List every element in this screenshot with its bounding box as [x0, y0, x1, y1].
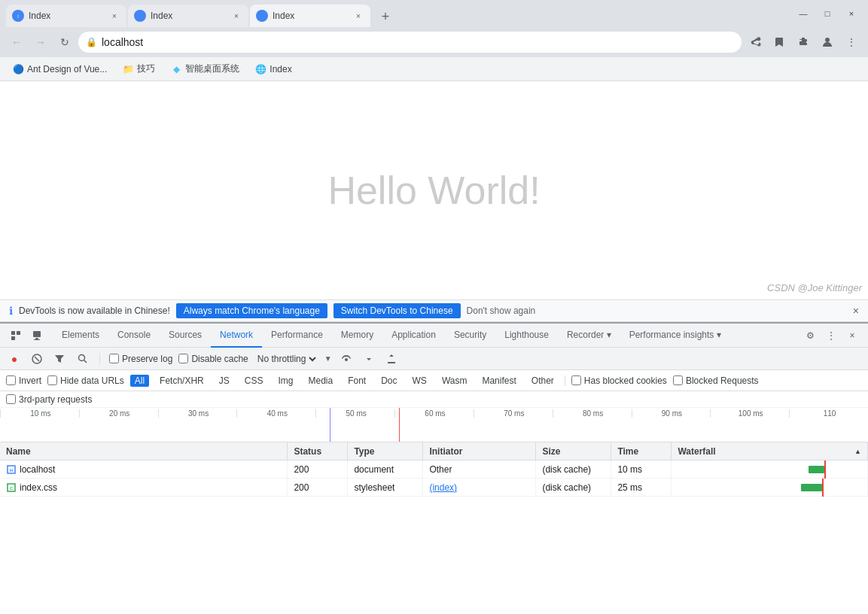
filter-ws-button[interactable]: WS — [408, 375, 431, 387]
devtools-tab-lighthouse[interactable]: Lighthouse — [495, 324, 558, 348]
window-controls: — □ × — [793, 3, 862, 24]
devtools-tab-network[interactable]: Network — [211, 324, 262, 348]
dont-show-again-link[interactable]: Don't show again — [467, 305, 536, 316]
filter-toggle-button[interactable] — [51, 351, 68, 367]
record-button[interactable]: ● — [6, 351, 23, 367]
invert-checkbox[interactable]: Invert — [6, 375, 41, 386]
extensions-button[interactable] — [793, 32, 814, 53]
disable-cache-checkbox[interactable]: Disable cache — [178, 354, 248, 364]
svg-rect-11 — [34, 339, 40, 340]
svg-rect-10 — [35, 338, 38, 339]
bookmark-index-icon: 🌐 — [254, 63, 266, 75]
match-language-button[interactable]: Always match Chrome's language — [176, 303, 327, 318]
filter-fetch-xhr-button[interactable]: Fetch/XHR — [155, 375, 209, 387]
devtools-tab-application[interactable]: Application — [382, 324, 445, 348]
devtools-tab-performance-insights[interactable]: Performance insights ▾ — [620, 324, 730, 348]
browser-tab-2[interactable]: Index × — [128, 5, 248, 27]
import-button[interactable] — [361, 351, 377, 367]
devtools-device-button[interactable] — [27, 326, 47, 345]
close-button[interactable]: × — [841, 3, 862, 24]
filter-manifest-button[interactable]: Manifest — [477, 375, 520, 387]
invert-label: Invert — [19, 375, 41, 386]
row-initiator-localhost: Other — [423, 460, 536, 478]
filter-media-button[interactable]: Media — [303, 375, 337, 387]
filter-wasm-button[interactable]: Wasm — [437, 375, 472, 387]
devtools-more-button[interactable]: ⋮ — [821, 326, 841, 345]
devtools-left-icons — [6, 326, 47, 345]
back-button[interactable]: ← — [6, 32, 27, 53]
export-button[interactable] — [383, 351, 400, 367]
notification-close-button[interactable]: × — [853, 305, 859, 317]
tick-80ms: 80 ms — [553, 409, 632, 418]
lock-icon: 🔒 — [86, 37, 97, 47]
filter-js-button[interactable]: JS — [215, 375, 234, 387]
search-button[interactable] — [74, 351, 90, 367]
bookmark-index[interactable]: 🌐 Index — [248, 62, 297, 77]
bookmark-ant-design[interactable]: 🔵 Ant Design of Vue... — [6, 62, 113, 77]
bookmark-zhineng[interactable]: ◆ 智能桌面系统 — [164, 61, 245, 77]
svg-rect-8 — [11, 336, 15, 340]
refresh-button[interactable]: ↻ — [54, 32, 75, 53]
profile-button[interactable] — [817, 32, 838, 53]
online-button[interactable] — [338, 351, 355, 367]
filter-other-button[interactable]: Other — [527, 375, 559, 387]
bookmark-button[interactable] — [769, 32, 790, 53]
filter-doc-button[interactable]: Doc — [376, 375, 401, 387]
preserve-log-checkbox[interactable]: Preserve log — [109, 354, 172, 364]
svg-rect-6 — [11, 331, 15, 335]
devtools-tab-performance[interactable]: Performance — [262, 324, 332, 348]
devtools-tab-elements[interactable]: Elements — [53, 324, 108, 348]
forward-button[interactable]: → — [30, 32, 51, 53]
filter-css-button[interactable]: CSS — [240, 375, 268, 387]
col-header-time: Time — [611, 442, 672, 460]
throttle-select[interactable]: No throttling — [254, 353, 318, 365]
clear-button[interactable] — [29, 351, 45, 367]
tab-close-2[interactable]: × — [230, 10, 242, 22]
svg-point-5 — [825, 38, 830, 42]
minimize-button[interactable]: — — [793, 3, 814, 24]
bookmark-ant-icon: 🔵 — [12, 63, 24, 75]
switch-chinese-button[interactable]: Switch DevTools to Chinese — [333, 303, 461, 318]
svg-rect-9 — [33, 331, 41, 337]
tab-close-1[interactable]: × — [108, 10, 120, 22]
filter-all-button[interactable]: All — [130, 375, 149, 387]
bookmark-jiqiao[interactable]: 📁 技巧 — [116, 61, 161, 77]
devtools-tab-recorder[interactable]: Recorder ▾ — [558, 324, 620, 348]
tab-title-1: Index — [29, 11, 105, 21]
has-blocked-cookies-checkbox[interactable]: Has blocked cookies — [571, 375, 667, 386]
devtools-tab-security[interactable]: Security — [445, 324, 495, 348]
devtools-tab-memory[interactable]: Memory — [332, 324, 382, 348]
row-type-localhost: document — [348, 460, 423, 478]
third-party-label: 3rd-party requests — [19, 394, 92, 405]
third-party-checkbox[interactable]: 3rd-party requests — [6, 394, 92, 405]
address-bar[interactable]: 🔒 localhost — [78, 32, 742, 53]
svg-text:H: H — [10, 468, 13, 473]
maximize-button[interactable]: □ — [817, 3, 838, 24]
waterfall-sort-icon: ▲ — [854, 448, 861, 455]
devtools-close-button[interactable]: × — [842, 326, 862, 345]
row-waterfall-localhost — [672, 460, 868, 479]
row-initiator-indexcss[interactable]: (index) — [423, 479, 536, 496]
row-name-indexcss: C index.css — [0, 479, 288, 496]
browser-tab-1[interactable]: i Index × — [6, 5, 126, 27]
browser-tab-3[interactable]: Index × — [250, 5, 370, 27]
share-button[interactable] — [745, 32, 766, 53]
blocked-requests-checkbox[interactable]: Blocked Requests — [673, 375, 759, 386]
devtools-tab-console[interactable]: Console — [108, 324, 160, 348]
hide-data-urls-checkbox[interactable]: Hide data URLs — [47, 375, 124, 386]
col-header-status: Status — [288, 442, 348, 460]
filter-font-button[interactable]: Font — [343, 375, 370, 387]
initiator-link[interactable]: (index) — [429, 482, 457, 493]
devtools-settings-button[interactable]: ⚙ — [800, 326, 820, 345]
table-row[interactable]: H localhost 200 document Other (disk cac… — [0, 460, 868, 479]
tab-close-3[interactable]: × — [352, 10, 364, 22]
devtools-tab-sources[interactable]: Sources — [160, 324, 211, 348]
devtools-inspect-button[interactable] — [6, 326, 26, 345]
bookmarks-bar: 🔵 Ant Design of Vue... 📁 技巧 ◆ 智能桌面系统 🌐 I… — [0, 57, 868, 81]
new-tab-button[interactable]: + — [375, 6, 396, 27]
bookmark-ant-label: Ant Design of Vue... — [27, 64, 107, 74]
table-row[interactable]: C index.css 200 stylesheet (index) (disk… — [0, 479, 868, 497]
filter-img-button[interactable]: Img — [273, 375, 297, 387]
timeline-ruler: 10 ms 20 ms 30 ms 40 ms 50 ms 60 ms 70 m… — [0, 408, 868, 418]
menu-button[interactable]: ⋮ — [841, 32, 862, 53]
